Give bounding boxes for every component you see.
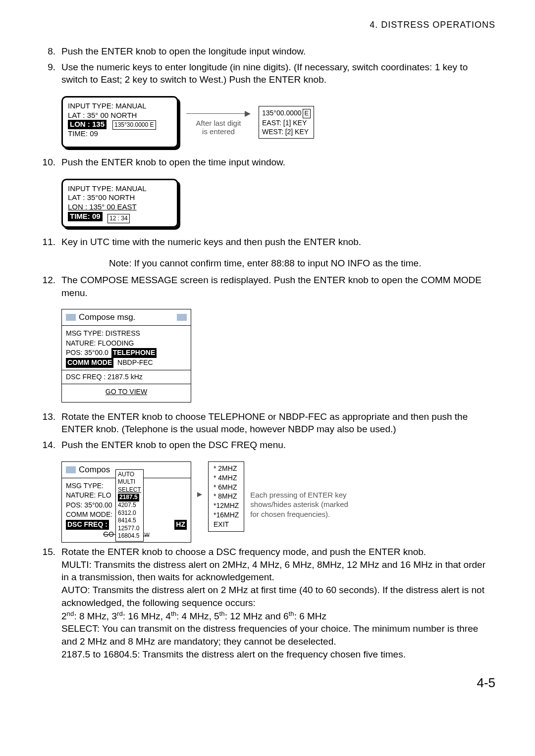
- menu-item: 16804.5: [118, 532, 141, 540]
- freq-option: * 2MHZ: [214, 464, 239, 473]
- step-number: 13.: [40, 410, 55, 423]
- compose-body: MSG TYPE: DISTRESS NATURE: FLOODING POS:…: [62, 326, 191, 402]
- step-list: 11.Key in UTC time with the numeric keys…: [40, 236, 495, 249]
- lcd-line: LAT : 35°00 NORTH: [68, 193, 172, 202]
- step-10: 10.Push the ENTER knob to open the time …: [40, 156, 495, 169]
- step-text: The COMPOSE MESSAGE screen is redisplaye…: [61, 275, 482, 298]
- popup-time-value: 12 : 34: [107, 214, 130, 223]
- comm-mode-highlight: COMM MODE: [66, 358, 113, 368]
- arrow-icon: [186, 111, 251, 117]
- step-8: 8.Push the ENTER knob to open the longit…: [40, 45, 495, 58]
- menu-item: 4207.5: [118, 502, 141, 509]
- step-14: 14.Push the ENTER knob to open the DSC F…: [40, 439, 495, 452]
- step-number: 12.: [40, 274, 55, 287]
- step-text: Push the ENTER knob to open the time inp…: [61, 157, 285, 167]
- lcd-line: TIME: 09: [68, 129, 172, 139]
- separator: [62, 370, 191, 370]
- step-text: 2187.5 to 16804.5: Transmits the distres…: [61, 649, 406, 659]
- compose-line: POS: 35°00.0 TELEPHONE: [66, 348, 187, 358]
- dsc-freq-highlight: DSC FREQ :: [66, 520, 109, 530]
- page-header: 4. DISTRESS OPERATIONS: [40, 20, 495, 30]
- menu-item: 8414.5: [118, 517, 141, 525]
- menu-item: 12577.0: [118, 525, 141, 533]
- compose-line: COMM MODE NBDP-FEC: [66, 358, 187, 368]
- go-to-view-link: GO TO VIEW: [66, 386, 187, 399]
- step-number: 9.: [40, 61, 55, 74]
- freq-menu-popup: AUTO MULTI SELECT 2187.5 4207.5 6312.0 8…: [115, 469, 144, 542]
- step-text-sequence: 2nd: 8 MHz, 3rd: 16 MHz, 4th: 4 MHz, 5th…: [61, 611, 326, 621]
- diagram-time: INPUT TYPE: MANUAL LAT : 35°00 NORTH LON…: [61, 179, 495, 228]
- coord-value: 135°00.0000E: [262, 108, 311, 118]
- menu-item: AUTO: [118, 471, 141, 479]
- freq-option: * 8MHZ: [214, 492, 239, 501]
- step-11-note: Note: If you cannot confirm time, enter …: [109, 258, 495, 269]
- step-text: Use the numeric keys to enter longitude …: [61, 62, 468, 85]
- compose-line: NATURE: FLOODING: [66, 339, 187, 349]
- step-number: 15.: [40, 546, 55, 558]
- freq-option: * 6MHZ: [214, 483, 239, 492]
- arrow-icon: [197, 492, 202, 497]
- step-12: 12.The COMPOSE MESSAGE screen is redispl…: [40, 274, 495, 299]
- key-hint: WEST: [2] KEY: [262, 127, 311, 136]
- east-west-key-box: 135°00.0000E EAST: [1] KEY WEST: [2] KEY: [259, 106, 314, 139]
- freq-option: *16MHZ: [214, 510, 239, 520]
- step-text: Rotate the ENTER knob to choose a DSC fr…: [61, 547, 426, 557]
- lcd-time: INPUT TYPE: MANUAL LAT : 35°00 NORTH LON…: [61, 179, 178, 228]
- note-line: shows/hides asterisk (marked: [250, 500, 348, 509]
- separator: [62, 384, 191, 384]
- step-text: Push the ENTER knob to open the longitud…: [61, 46, 306, 56]
- note-line: Each pressing of ENTER key: [250, 490, 348, 500]
- lcd-highlight: LON : 135: [68, 120, 107, 129]
- freq-select-column: * 2MHZ * 4MHZ * 6MHZ * 8MHZ *12MHZ *16MH…: [208, 461, 244, 532]
- title-decoration-icon: [177, 314, 187, 321]
- step-text: SELECT: You can transmit on the distress…: [61, 623, 478, 647]
- step-number: 8.: [40, 45, 55, 58]
- menu-item: MULTI: [118, 478, 141, 486]
- step-13: 13.Rotate the ENTER knob to choose TELEP…: [40, 410, 495, 436]
- diagram-dsc-freq: Compos MSG TYPE: NATURE: FLO POS: 35°00.…: [61, 461, 495, 543]
- step-11: 11.Key in UTC time with the numeric keys…: [40, 236, 495, 249]
- east-indicator: E: [303, 109, 311, 118]
- freq-option: * 4MHZ: [214, 473, 239, 483]
- lcd-longitude: INPUT TYPE: MANUAL LAT : 35° 00 NORTH LO…: [61, 96, 178, 148]
- step-number: 11.: [40, 236, 55, 249]
- step-text: Key in UTC time with the numeric keys an…: [61, 237, 361, 247]
- step-list: 13.Rotate the ENTER knob to choose TELEP…: [40, 410, 495, 452]
- freq-option: EXIT: [214, 520, 239, 529]
- hz-highlight: HZ: [174, 520, 187, 530]
- diagram-longitude: INPUT TYPE: MANUAL LAT : 35° 00 NORTH LO…: [61, 96, 495, 148]
- step-9: 9.Use the numeric keys to enter longitud…: [40, 61, 495, 86]
- popup-telephone: TELEPHONE: [111, 348, 157, 358]
- compose-line: DSC FREQ : 2187.5 kHz: [66, 372, 187, 382]
- lcd-highlight: TIME: 09: [68, 212, 103, 221]
- arrow-label: After last digit is entered: [186, 96, 251, 136]
- step-text: Rotate the ENTER knob to choose TELEPHON…: [61, 411, 468, 435]
- step-text: MULTI: Transmits the distress alert on 2…: [61, 559, 485, 583]
- compose-line: MSG TYPE: DISTRESS: [66, 329, 187, 339]
- arrow-text: After last digit: [196, 119, 241, 127]
- freq-note: Each pressing of ENTER key shows/hides a…: [250, 490, 348, 519]
- compose-body: MSG TYPE: NATURE: FLO POS: 35°00.00 COMM…: [62, 478, 191, 543]
- menu-item: 6312.0: [118, 509, 141, 517]
- page-number: 4-5: [40, 675, 495, 691]
- step-list: 8.Push the ENTER knob to open the longit…: [40, 45, 495, 86]
- step-number: 10.: [40, 156, 55, 169]
- step-number: 14.: [40, 439, 55, 452]
- step-list: 10.Push the ENTER knob to open the time …: [40, 156, 495, 169]
- lcd-line: LAT : 35° 00 NORTH: [68, 111, 172, 120]
- arrow-text: is entered: [202, 127, 235, 136]
- key-hint: EAST: [1] KEY: [262, 118, 311, 127]
- menu-item: SELECT: [118, 486, 141, 494]
- compose-message-screen: Compose msg. MSG TYPE: DISTRESS NATURE: …: [61, 309, 191, 402]
- compose-freq-screen: Compos MSG TYPE: NATURE: FLO POS: 35°00.…: [61, 461, 191, 543]
- step-text: AUTO: Transmits the distress alert on 2 …: [61, 585, 484, 608]
- menu-item: 2187.5: [118, 494, 141, 502]
- compose-title: Compose msg.: [62, 309, 191, 326]
- note-line: for chosen frequencies).: [250, 509, 348, 519]
- lcd-line: INPUT TYPE: MANUAL: [68, 184, 172, 194]
- title-text: Compose msg.: [79, 311, 135, 323]
- step-list: 12.The COMPOSE MESSAGE screen is redispl…: [40, 274, 495, 299]
- step-list: 15. Rotate the ENTER knob to choose a DS…: [40, 546, 495, 660]
- popup-lon-value: 135°30.0000 E: [112, 120, 156, 130]
- title-decoration-icon: [66, 314, 76, 321]
